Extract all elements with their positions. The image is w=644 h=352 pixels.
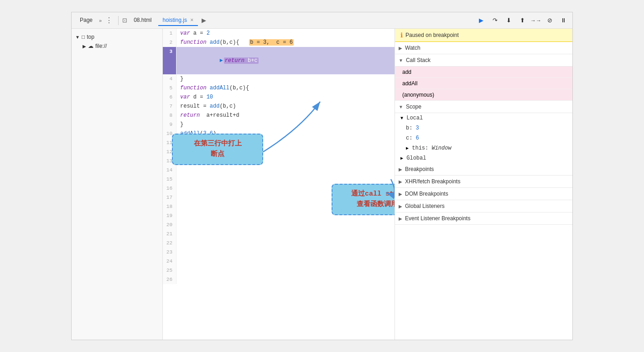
tree-arrow-file: ▶ [83, 44, 86, 49]
call-stack-section-header[interactable]: ▼ Call Stack [395, 54, 572, 67]
code-line-26: 26 [163, 275, 395, 284]
scope-local-header: ▼ Local [395, 113, 572, 123]
tree-item-file[interactable]: ▶ ☁ file:// [72, 41, 162, 51]
line-num-18: 18 [163, 202, 177, 211]
tab-page[interactable]: Page [75, 15, 97, 26]
dom-section-header[interactable]: ▶ DOM Breakpoints [395, 188, 572, 200]
line-num-9: 9 [163, 120, 177, 129]
call-stack-item-add[interactable]: add [395, 67, 572, 78]
annotation-box-1: 在第三行中打上 断点 [172, 134, 263, 165]
event-listeners-section-header[interactable]: ▶ Event Listener Breakpoints [395, 212, 572, 225]
line-num-21: 21 [163, 229, 177, 238]
line-num-4: 4 [163, 74, 177, 83]
tree-item-top[interactable]: ▼ □ top [72, 32, 162, 41]
tree-arrow-top: ▼ [75, 35, 80, 40]
code-line-5: 5 function addAll(b,c){ [163, 83, 395, 93]
line-content-3: ►return b+c [177, 47, 395, 74]
file-tree: ▼ □ top ▶ ☁ file:// [72, 29, 163, 340]
dom-arrow-icon: ▶ [399, 192, 402, 197]
call-stack-item-anonymous[interactable]: (anonymous) [395, 89, 572, 101]
line-num-14: 14 [163, 166, 177, 175]
line-num-5: 5 [163, 83, 177, 93]
line-content-1: var a = 2 [177, 29, 395, 38]
more-icon[interactable]: » [99, 18, 102, 23]
xhr-section-header[interactable]: ▶ XHR/fetch Breakpoints [395, 176, 572, 188]
code-line-8: 8 return a+result+d [163, 111, 395, 120]
toolbar-dots[interactable]: ⋮ [105, 16, 113, 25]
line-num-16: 16 [163, 184, 177, 193]
global-listeners-arrow-icon: ▶ [399, 204, 402, 209]
line-content-8: return a+result+d [177, 111, 395, 120]
code-line-6: 6 var d = 10 [163, 93, 395, 102]
call-stack-item-addall[interactable]: addAll [395, 78, 572, 89]
line-num-3[interactable]: 3 [163, 47, 177, 74]
line-num-7: 7 [163, 102, 177, 111]
code-line-21: 21 [163, 229, 395, 238]
line-num-17: 17 [163, 193, 177, 202]
code-line-9: 9 } [163, 120, 395, 129]
play-icon[interactable]: ▶ [202, 17, 206, 24]
scope-arrow-icon: ▼ [399, 104, 403, 109]
line-num-8: 8 [163, 111, 177, 120]
tab-js[interactable]: hoisting.js × [158, 15, 198, 26]
watch-arrow-icon: ▶ [399, 46, 402, 51]
paused-banner: ℹ Paused on breakpoint [395, 29, 572, 42]
code-editor: 1 var a = 2 2 function add(b,c){ b = 3, … [163, 29, 395, 340]
panel-icon[interactable]: ⊡ [122, 17, 127, 24]
line-content-2: function add(b,c){ b = 3, c = 6 [177, 38, 395, 47]
cloud-icon: ☁ [88, 43, 93, 49]
line-num-19: 19 [163, 211, 177, 220]
scope-section-header[interactable]: ▼ Scope [395, 101, 572, 113]
top-toolbar: Page » ⋮ ⊡ 08.html hoisting.js × ▶ ▶ ↷ ⬇… [72, 12, 572, 29]
line-num-15: 15 [163, 175, 177, 184]
scope-c: c: 6 [395, 133, 572, 143]
call-stack-add-label: add [402, 69, 411, 75]
global-listeners-section-header[interactable]: ▶ Global Listeners [395, 200, 572, 212]
line-num-20: 20 [163, 220, 177, 229]
call-stack-arrow-icon: ▼ [399, 58, 403, 63]
resume-btn[interactable]: ▶ [476, 15, 487, 26]
step-btn[interactable]: →→ [530, 15, 541, 26]
code-line-3: 3 ►return b+c [163, 47, 395, 74]
line-num-6: 6 [163, 93, 177, 102]
line-num-23: 23 [163, 248, 177, 257]
code-line-4: 4 } [163, 74, 395, 83]
scope-global-header[interactable]: ▶ Global [395, 153, 572, 163]
step-out-btn[interactable]: ⬆ [517, 15, 528, 26]
call-stack-anonymous-label: (anonymous) [402, 92, 434, 98]
toolbar-sep1 [118, 16, 119, 25]
xhr-arrow-icon: ▶ [399, 179, 402, 184]
code-line-14: 14 [163, 166, 395, 175]
code-line-22: 22 [163, 238, 395, 248]
deactivate-btn[interactable]: ⊘ [544, 15, 555, 26]
code-line-1: 1 var a = 2 [163, 29, 395, 38]
line-content-7: result = add(b,c) [177, 102, 395, 111]
tab-html[interactable]: 08.html [129, 15, 156, 26]
watch-section-header[interactable]: ▶ Watch [395, 42, 572, 54]
step-into-btn[interactable]: ⬇ [503, 15, 514, 26]
code-line-7: 7 result = add(b,c) [163, 102, 395, 111]
page-icon: □ [82, 34, 85, 40]
scope-this[interactable]: ▶ this: Window [395, 143, 572, 153]
code-line-15: 15 [163, 175, 395, 184]
info-icon: ℹ [400, 31, 403, 39]
event-listeners-arrow-icon: ▶ [399, 216, 402, 221]
annotation-box-2: 通过call stack 来 查看函数调用关系 [332, 184, 395, 215]
pause-btn[interactable]: ⏸ [558, 15, 569, 26]
call-stack-addall-label: addAll [402, 80, 417, 87]
code-line-2: 2 function add(b,c){ b = 3, c = 6 [163, 38, 395, 47]
devtools-container: Page » ⋮ ⊡ 08.html hoisting.js × ▶ ▶ ↷ ⬇… [71, 12, 573, 340]
line-num-22: 22 [163, 238, 177, 248]
code-line-25: 25 [163, 266, 395, 275]
line-num-2: 2 [163, 38, 177, 47]
main-content: ▼ □ top ▶ ☁ file:// 1 var a = 2 2 functi… [72, 29, 572, 340]
tab-close-icon[interactable]: × [190, 17, 193, 23]
line-num-25: 25 [163, 266, 177, 275]
right-panel: ℹ Paused on breakpoint ▶ Watch ▼ Call St… [395, 29, 572, 340]
step-over-btn[interactable]: ↷ [489, 15, 500, 26]
breakpoints-section-header[interactable]: ▶ Breakpoints [395, 163, 572, 176]
breakpoints-arrow-icon: ▶ [399, 167, 402, 172]
code-line-20: 20 [163, 220, 395, 229]
line-num-26: 26 [163, 275, 177, 284]
line-num-24: 24 [163, 257, 177, 266]
